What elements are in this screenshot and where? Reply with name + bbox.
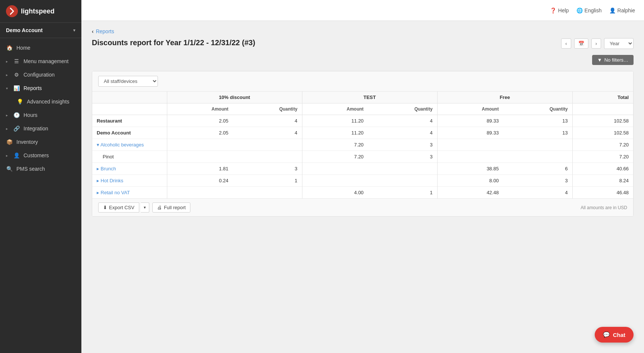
row-label: Pinot [92,151,167,163]
row-label[interactable]: ▸ Hot Drinks [92,175,167,187]
full-report-button[interactable]: 🖨 Full report [152,202,191,213]
row-test-qty: 4 [368,127,437,139]
row-free-amount: 89.33 [437,127,503,139]
sidebar-item-home[interactable]: 🏠 Home [0,41,81,55]
row-total: 7.20 [572,139,633,151]
globe-icon: 🌐 [576,7,583,13]
sidebar-item-label: Customers [24,152,49,158]
inventory-icon: 📦 [6,139,13,145]
row-d10-amount [167,151,233,163]
row-free-amount: 42.48 [437,187,503,199]
staff-device-select[interactable]: All staff/devices [98,76,158,87]
row-total: 46.48 [572,187,633,199]
insights-icon: 💡 [16,99,23,105]
col-free-amount: Amount [437,103,503,115]
sidebar: lightspeed Demo Account ▾ 🏠 Home ▸ ☰ Men… [0,0,81,353]
table-row: Restaurant 2.05 4 11.20 4 89.33 13 102.5… [92,115,633,127]
full-report-label: Full report [164,205,186,210]
sidebar-item-label: Configuration [24,72,55,78]
calendar-button[interactable]: 📅 [574,38,588,49]
export-csv-label: Export CSV [109,205,134,210]
sidebar-item-inventory[interactable]: 📦 Inventory [0,135,81,149]
row-total: 102.58 [572,115,633,127]
user-menu[interactable]: 👤 Ralphie [609,7,635,13]
col-free-qty: Quantity [503,103,572,115]
sidebar-item-integration[interactable]: ▸ 🔗 Integration [0,122,81,135]
config-icon: ⚙ [13,72,20,78]
expand-arrow-icon: ▸ [6,154,8,158]
chevron-down-icon: ▾ [73,28,75,33]
sidebar-item-advanced-insights[interactable]: 💡 Advanced insights [0,95,81,108]
sidebar-nav: 🏠 Home ▸ ☰ Menu management ▸ ⚙ Configura… [0,38,81,353]
row-d10-qty: 4 [233,115,302,127]
row-free-amount: 89.33 [437,115,503,127]
sidebar-item-customers[interactable]: ▸ 👤 Customers [0,149,81,162]
col-10-amount: Amount [167,103,233,115]
prev-period-button[interactable]: ‹ [561,38,571,49]
sidebar-item-reports[interactable]: ▾ 📊 Reports [0,81,81,95]
breadcrumb: ‹ Reports [92,28,634,34]
page-title: Discounts report for Year 1/1/22 - 12/31… [92,38,255,47]
row-test-amount: 7.20 [302,151,368,163]
menu-icon: ☰ [13,58,20,64]
row-free-amount [437,139,503,151]
sidebar-item-hours[interactable]: ▸ 🕐 Hours [0,108,81,122]
row-test-qty: 3 [368,139,437,151]
sidebar-item-configuration[interactable]: ▸ ⚙ Configuration [0,68,81,81]
period-select[interactable]: Year Month Week Day [604,38,634,49]
row-test-qty [368,163,437,175]
sidebar-item-label: Inventory [16,139,38,145]
export-dropdown-button[interactable]: ▾ [141,202,149,213]
search-icon: 🔍 [6,166,13,172]
row-label[interactable]: ▾ Alcoholic beverages [92,139,167,151]
breadcrumb-link[interactable]: Reports [96,28,114,34]
sidebar-item-label: Menu management [24,58,69,64]
lightspeed-logo-icon [6,5,18,17]
chat-icon: 💬 [603,331,610,338]
row-free-qty: 6 [503,163,572,175]
period-controls: ‹ 📅 › Year Month Week Day [561,38,634,49]
row-free-qty: 13 [503,115,572,127]
sidebar-item-label: PMS search [16,166,45,172]
empty-header [92,92,167,103]
sidebar-item-menu-management[interactable]: ▸ ☰ Menu management [0,55,81,68]
row-total: 7.20 [572,151,633,163]
svg-point-0 [6,5,18,17]
help-button[interactable]: ❓ Help [550,7,569,13]
breadcrumb-sep: ‹ [92,28,94,34]
row-d10-qty [233,187,302,199]
row-d10-qty [233,151,302,163]
filter-icon: ▼ [597,57,602,63]
table-footer: ⬇ Export CSV ▾ 🖨 Full report All amounts… [92,198,633,216]
discounts-table-card: All staff/devices 10% discount TEST Free… [92,71,634,217]
col-10-qty: Quantity [233,103,302,115]
account-selector[interactable]: Demo Account ▾ [0,23,81,38]
row-total: 102.58 [572,127,633,139]
sidebar-item-label: Home [16,45,30,51]
row-test-amount: 7.20 [302,139,368,151]
table-group-header-row: 10% discount TEST Free Total [92,92,633,103]
row-label: Demo Account [92,127,167,139]
expand-arrow-icon: ▾ [6,86,8,90]
row-d10-amount [167,139,233,151]
row-free-qty [503,151,572,163]
content-area: ‹ Reports Discounts report for Year 1/1/… [81,21,644,353]
user-icon: 👤 [609,7,616,13]
next-period-button[interactable]: › [591,38,601,49]
row-test-amount [302,175,368,187]
total-header: Total [572,92,633,103]
row-test-amount [302,163,368,175]
discounts-table: 10% discount TEST Free Total Amount Quan… [92,92,633,198]
sidebar-item-pms-search[interactable]: 🔍 PMS search [0,162,81,176]
language-selector[interactable]: 🌐 English [576,7,602,13]
row-label[interactable]: ▸ Retail no VAT [92,187,167,199]
export-csv-button[interactable]: ⬇ Export CSV [98,202,139,213]
col-label [92,103,167,115]
print-icon: 🖨 [157,205,162,210]
chat-button[interactable]: 💬 Chat [595,327,634,343]
row-free-qty: 4 [503,187,572,199]
filter-button[interactable]: ▼ No filters… [592,55,634,65]
row-test-amount: 11.20 [302,127,368,139]
row-label[interactable]: ▸ Brunch [92,163,167,175]
help-label: Help [558,7,569,13]
